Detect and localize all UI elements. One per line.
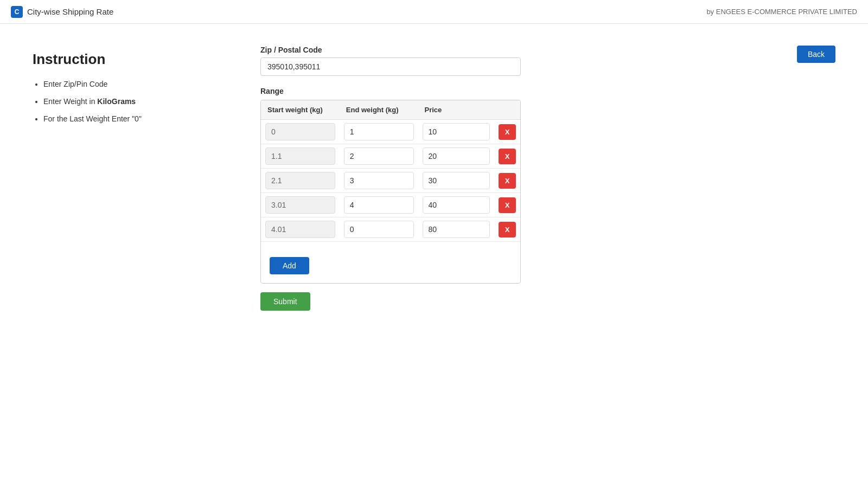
- delete-button-4[interactable]: X: [499, 197, 516, 213]
- add-button[interactable]: Add: [270, 257, 309, 274]
- instruction-item-1-text: Enter Zip/Pin Code: [43, 80, 107, 88]
- delete-button-3[interactable]: X: [499, 173, 516, 189]
- table-row: X: [261, 169, 520, 193]
- end-weight-input-4[interactable]: [344, 196, 414, 214]
- delete-cell: X: [494, 120, 520, 144]
- price-input-3[interactable]: [423, 172, 490, 189]
- end-weight-input-2[interactable]: [344, 147, 414, 165]
- instruction-item-2-text: Enter Weight in KiloGrams: [43, 97, 136, 106]
- range-table-container: Start weight (kg) End weight (kg) Price: [260, 100, 521, 284]
- instruction-list: Enter Zip/Pin Code Enter Weight in KiloG…: [33, 76, 217, 126]
- end-weight-input-1[interactable]: [344, 123, 414, 140]
- price-input-5[interactable]: [423, 221, 490, 238]
- submit-row: Submit: [260, 284, 521, 311]
- delete-button-5[interactable]: X: [499, 222, 516, 237]
- submit-button[interactable]: Submit: [260, 292, 310, 311]
- start-weight-cell: [261, 169, 340, 193]
- table-row: X: [261, 217, 520, 242]
- back-button[interactable]: Back: [797, 46, 835, 63]
- header-title: City-wise Shipping Rate: [27, 7, 113, 16]
- delete-button-2[interactable]: X: [499, 149, 516, 164]
- app-icon: C: [11, 6, 23, 18]
- header: C City-wise Shipping Rate by ENGEES E-CO…: [0, 0, 868, 24]
- end-weight-input-3[interactable]: [344, 172, 414, 189]
- zip-label: Zip / Postal Code: [260, 46, 835, 54]
- delete-cell: X: [494, 217, 520, 242]
- instruction-item-3: For the Last Weight Enter "0": [43, 111, 217, 126]
- end-weight-cell: [340, 169, 418, 193]
- col-header-action: [494, 100, 520, 120]
- header-left: C City-wise Shipping Rate: [11, 6, 113, 18]
- instruction-item-2-bold: KiloGrams: [97, 97, 136, 106]
- back-button-container: Back: [797, 46, 835, 63]
- start-weight-input-1: [265, 123, 335, 140]
- zip-input[interactable]: [260, 57, 521, 76]
- delete-cell: X: [494, 193, 520, 217]
- range-section: Range Start weight (kg) End weight (kg) …: [260, 87, 835, 311]
- delete-button-1[interactable]: X: [499, 124, 516, 140]
- instruction-panel: Instruction Enter Zip/Pin Code Enter Wei…: [33, 46, 217, 311]
- col-header-price: Price: [418, 100, 494, 120]
- end-weight-input-5[interactable]: [344, 221, 414, 238]
- start-weight-cell: [261, 120, 340, 144]
- end-weight-cell: [340, 120, 418, 144]
- start-weight-cell: [261, 193, 340, 217]
- range-table: Start weight (kg) End weight (kg) Price: [261, 100, 520, 283]
- instruction-item-1: Enter Zip/Pin Code: [43, 76, 217, 92]
- start-weight-input-2: [265, 147, 335, 165]
- start-weight-cell: [261, 144, 340, 169]
- table-row: X: [261, 193, 520, 217]
- instruction-title: Instruction: [33, 51, 217, 68]
- add-button-row: Add: [265, 245, 516, 280]
- start-weight-input-5: [265, 221, 335, 238]
- table-row: X: [261, 144, 520, 169]
- app-icon-letter: C: [15, 8, 20, 16]
- form-panel: Zip / Postal Code Range Start weight (kg…: [217, 46, 835, 311]
- delete-cell: X: [494, 169, 520, 193]
- table-body: X: [261, 120, 520, 284]
- price-input-4[interactable]: [423, 196, 490, 214]
- end-weight-cell: [340, 217, 418, 242]
- col-header-start: Start weight (kg): [261, 100, 340, 120]
- price-cell: [418, 193, 494, 217]
- price-cell: [418, 217, 494, 242]
- instruction-item-2: Enter Weight in KiloGrams: [43, 94, 217, 109]
- price-input-1[interactable]: [423, 123, 490, 140]
- start-weight-cell: [261, 217, 340, 242]
- table-header: Start weight (kg) End weight (kg) Price: [261, 100, 520, 120]
- range-label: Range: [260, 87, 835, 95]
- start-weight-input-4: [265, 196, 335, 214]
- main-content: Back Instruction Enter Zip/Pin Code Ente…: [0, 24, 868, 332]
- table-row: X: [261, 120, 520, 144]
- price-cell: [418, 144, 494, 169]
- add-cell: Add: [261, 242, 520, 284]
- price-cell: [418, 120, 494, 144]
- add-row: Add: [261, 242, 520, 284]
- delete-cell: X: [494, 144, 520, 169]
- table-header-row: Start weight (kg) End weight (kg) Price: [261, 100, 520, 120]
- instruction-item-3-text: For the Last Weight Enter "0": [43, 114, 142, 123]
- col-header-end: End weight (kg): [340, 100, 418, 120]
- price-input-2[interactable]: [423, 147, 490, 165]
- end-weight-cell: [340, 193, 418, 217]
- price-cell: [418, 169, 494, 193]
- end-weight-cell: [340, 144, 418, 169]
- zip-section: Zip / Postal Code: [260, 46, 835, 76]
- start-weight-input-3: [265, 172, 335, 189]
- header-brand: by ENGEES E-COMMERCE PRIVATE LIMITED: [706, 8, 857, 16]
